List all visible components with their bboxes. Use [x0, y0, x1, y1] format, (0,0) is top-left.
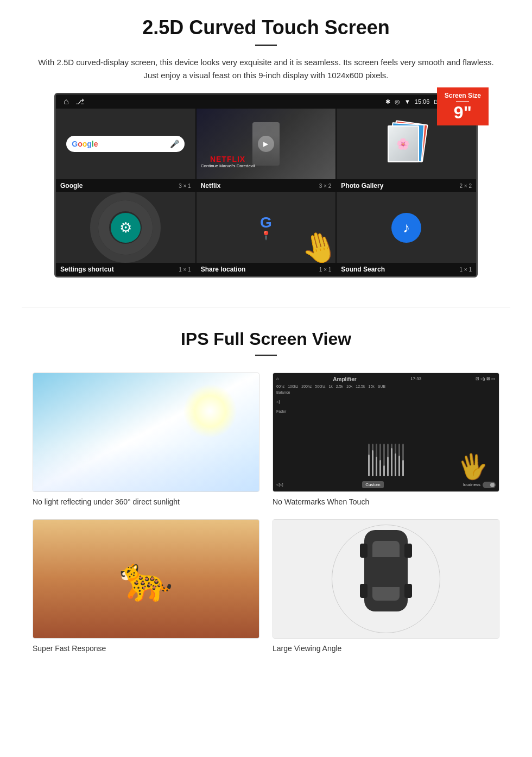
- sound-label-row: Sound Search 1 × 1: [337, 263, 476, 276]
- amp-home-icon: ⌂: [276, 376, 279, 382]
- badge-label: Screen Size: [445, 92, 481, 99]
- section-divider: [22, 307, 510, 307]
- amp-icons: ⊡ ◁) ⊠ ▭: [476, 376, 496, 382]
- circle-2: [90, 192, 161, 263]
- bluetooth-icon: ✱: [385, 98, 390, 105]
- usb-icon: ⎇: [75, 97, 84, 106]
- amp-bar-3: [379, 444, 381, 476]
- gallery-card-main: 🌸: [388, 125, 419, 162]
- car-container: [332, 525, 440, 633]
- car-wheel-rear-left: [360, 584, 368, 598]
- gallery-stack: 🌸: [388, 122, 426, 166]
- netflix-subtitle: Continue Marvel's Daredevil: [201, 163, 255, 168]
- cheetah-visual: 🐆: [33, 520, 259, 638]
- app-cell-share[interactable]: G 📍 🤚 Share location 1 × 1: [197, 192, 336, 276]
- badge-size: 9": [445, 104, 481, 121]
- cheetah-icon: 🐆: [119, 553, 173, 604]
- gallery-label: Photo Gallery: [341, 182, 383, 190]
- status-left: ⌂ ⎇: [64, 97, 84, 106]
- netflix-label: Netflix: [201, 182, 221, 190]
- section-ips: IPS Full Screen View No light reflecting…: [0, 324, 532, 669]
- app-cell-netflix[interactable]: ▶ NETFLIX Continue Marvel's Daredevil Ne…: [197, 109, 336, 192]
- amplifier-visual: ⌂ Amplifier 17:33 ⊡ ◁) ⊠ ▭ 60hz100hz200h…: [273, 373, 499, 491]
- bg-circles: [56, 192, 195, 263]
- microphone-icon[interactable]: 🎤: [170, 140, 179, 148]
- settings-size: 1 × 1: [179, 267, 191, 273]
- maps-g-letter: G: [260, 215, 272, 230]
- section2-underline: [255, 355, 277, 356]
- app-cell-google[interactable]: Google 🎤 Google 3 × 1: [56, 109, 195, 192]
- sunlight-caption: No light reflecting under 360° direct su…: [33, 497, 259, 506]
- netflix-logo: NETFLIX: [201, 155, 255, 163]
- amp-bar-1: [372, 444, 373, 476]
- screen-size-badge: Screen Size 9": [437, 87, 489, 125]
- play-button[interactable]: ▶: [258, 136, 274, 152]
- section-curved-screen: 2.5D Curved Touch Screen With 2.5D curve…: [0, 0, 532, 291]
- car-wheel-front-left: [360, 544, 368, 558]
- amp-hand-icon: 🖐: [455, 450, 490, 483]
- maps-pin-icon: 📍: [261, 230, 271, 241]
- amp-status-bar: ⌂ Amplifier 17:33 ⊡ ◁) ⊠ ▭: [276, 376, 496, 382]
- car-windshield-front: [372, 541, 400, 557]
- google-search-bar[interactable]: Google 🎤: [66, 136, 185, 152]
- viewing-angle-caption: Large Viewing Angle: [273, 644, 499, 653]
- amp-loudness-toggle[interactable]: [483, 482, 496, 488]
- amp-bar-8: [398, 444, 400, 476]
- amp-bar-2: [376, 444, 377, 476]
- netflix-label-row: Netflix 3 × 2: [197, 179, 336, 192]
- car-windshield-rear: [372, 587, 400, 601]
- section1-title: 2.5D Curved Touch Screen: [33, 16, 499, 39]
- settings-cell-content: ⚙: [56, 192, 195, 263]
- app-grid: Google 🎤 Google 3 × 1: [56, 109, 476, 192]
- amp-title-text: Amplifier: [333, 376, 356, 382]
- settings-bg: ⚙: [56, 192, 195, 263]
- google-label: Google: [60, 182, 83, 190]
- device-screen: ⌂ ⎇ ✱ ◎ ▼ 15:06 ⊡ ◁) ⊠ ▭: [54, 93, 478, 277]
- device-mockup: Screen Size 9" ⌂ ⎇ ✱ ◎ ▼ 15:06 ⊡ ◁) ⊠: [54, 93, 478, 277]
- amp-freq-labels: 60hz100hz200hz500hz1k2.5k10k12.5k15kSUB: [276, 384, 496, 388]
- settings-label: Settings shortcut: [60, 266, 114, 273]
- share-label-row: Share location 1 × 1: [197, 263, 336, 276]
- feature-sunlight: No light reflecting under 360° direct su…: [33, 373, 259, 506]
- amp-custom-button[interactable]: Custom: [362, 481, 384, 488]
- amp-bar-9: [402, 444, 404, 476]
- amp-arrow-left: ◁◁: [276, 482, 283, 487]
- car-visual: [273, 520, 499, 638]
- amplifier-image: ⌂ Amplifier 17:33 ⊡ ◁) ⊠ ▭ 60hz100hz200h…: [273, 373, 499, 492]
- netflix-size: 3 × 2: [319, 183, 332, 189]
- amp-time: 17:33: [410, 376, 421, 382]
- features-grid: No light reflecting under 360° direct su…: [33, 373, 499, 653]
- app-cell-settings[interactable]: ⚙ Settings shortcut 1 × 1: [56, 192, 195, 276]
- status-bar: ⌂ ⎇ ✱ ◎ ▼ 15:06 ⊡ ◁) ⊠ ▭: [56, 94, 476, 109]
- feature-viewing-angle: Large Viewing Angle: [273, 519, 499, 653]
- google-logo: Google: [72, 140, 98, 148]
- netflix-cell-content: ▶ NETFLIX Continue Marvel's Daredevil: [197, 109, 336, 179]
- watermark-caption: No Watermarks When Touch: [273, 497, 499, 506]
- gallery-size: 2 × 2: [459, 183, 472, 189]
- home-icon[interactable]: ⌂: [64, 97, 69, 106]
- amp-bar-0: [368, 444, 370, 476]
- fast-response-caption: Super Fast Response: [33, 644, 259, 653]
- cheetah-image: 🐆: [33, 519, 259, 639]
- gallery-label-row: Photo Gallery 2 × 2: [337, 179, 476, 192]
- wifi-icon: ▼: [404, 98, 410, 105]
- google-size: 3 × 1: [179, 183, 191, 189]
- sun-glow: [183, 384, 237, 438]
- car-image: [273, 519, 499, 639]
- amp-bottom-bar: ◁◁ Custom loudness: [276, 481, 496, 488]
- amp-left-labels: Balance ◁) Fader: [276, 390, 496, 413]
- feature-watermark: ⌂ Amplifier 17:33 ⊡ ◁) ⊠ ▭ 60hz100hz200h…: [273, 373, 499, 506]
- amp-bar-4: [383, 444, 385, 476]
- share-cell-content: G 📍 🤚: [197, 192, 336, 263]
- location-icon: ◎: [395, 98, 400, 105]
- amp-bar-7: [395, 444, 396, 476]
- badge-dash: [456, 101, 469, 102]
- section2-title: IPS Full Screen View: [33, 329, 499, 349]
- app-cell-sound[interactable]: ♪ Sound Search 1 × 1: [337, 192, 476, 276]
- app-grid-row2: ⚙ Settings shortcut 1 × 1 G 📍: [56, 192, 476, 276]
- settings-label-row: Settings shortcut 1 × 1: [56, 263, 195, 276]
- status-time: 15:06: [415, 98, 430, 105]
- music-note-icon: ♪: [391, 213, 421, 243]
- car-body: [364, 530, 408, 611]
- share-label: Share location: [201, 266, 246, 273]
